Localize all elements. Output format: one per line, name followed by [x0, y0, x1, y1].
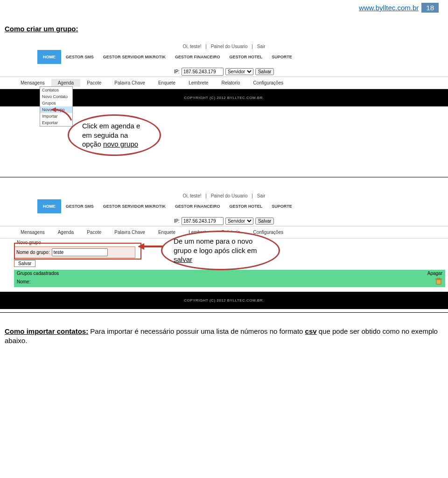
ip-input[interactable] — [182, 68, 224, 76]
user-panel-link[interactable]: Painel do Usuario — [211, 193, 248, 198]
nav-suporte[interactable]: SUPORTE — [267, 200, 297, 212]
nav-home[interactable]: HOME — [37, 199, 61, 213]
svg-rect-1 — [436, 280, 441, 284]
subnav-palavra-chave[interactable]: Palavra Chave — [108, 228, 152, 236]
save-group-button[interactable]: Salvar — [14, 260, 35, 267]
nav-suporte[interactable]: SUPORTE — [267, 51, 297, 63]
subnav-relatorio[interactable]: Relatorio — [215, 79, 246, 87]
ip-save-button[interactable]: Salvar — [255, 68, 274, 75]
subnav-agenda[interactable]: Agenda — [51, 79, 80, 87]
subnav-palavra-chave[interactable]: Palavra Chave — [108, 79, 152, 87]
trash-icon[interactable] — [435, 278, 442, 285]
ip-input[interactable] — [182, 217, 224, 225]
name-label: Nome: — [17, 279, 435, 284]
import-contacts-paragraph: Como importar contatos: Para importar é … — [0, 327, 448, 346]
nav-gestor-mikrotik[interactable]: GESTOR SERVIDOR MIKROTIK — [98, 200, 170, 212]
callout-line: grupo e logo após click em — [174, 246, 267, 255]
logout-link[interactable]: Sair — [257, 193, 266, 198]
separator: | — [252, 44, 253, 49]
groups-table: Grupos cadastrados Apagar Nome: — [14, 270, 445, 287]
screenshot-1: Oi, teste! | Painel do Usuario | Sair HO… — [0, 42, 448, 177]
nav-gestor-financeiro[interactable]: GESTOR FINANCEIRO — [170, 200, 224, 212]
nav-gestor-sms[interactable]: GESTOR SMS — [61, 51, 98, 63]
screenshot-2: Oi, teste! | Painel do Usuario | Sair HO… — [0, 191, 448, 313]
dropdown-grupos[interactable]: Grupos — [40, 100, 72, 106]
callout-line: Click em agenda e — [82, 121, 147, 131]
ip-label: IP: — [174, 218, 180, 224]
callout-line: salvar — [174, 255, 267, 264]
nav-gestor-hotel[interactable]: GESTOR HOTEL — [224, 51, 267, 63]
dropdown-contatos[interactable]: Contatos — [40, 87, 72, 93]
nav-gestor-hotel[interactable]: GESTOR HOTEL — [224, 200, 267, 212]
delete-column-header: Apagar — [427, 271, 442, 276]
nav-gestor-mikrotik[interactable]: GESTOR SERVIDOR MIKROTIK — [98, 51, 170, 63]
highlight-box — [14, 243, 141, 260]
dropdown-novo-contato[interactable]: Novo Contato — [40, 93, 72, 100]
subnav-pacote[interactable]: Pacote — [80, 228, 108, 236]
server-select[interactable]: Servidor — [225, 68, 253, 75]
main-nav: HOME GESTOR SMS GESTOR SERVIDOR MIKROTIK… — [0, 199, 448, 216]
greeting-text: Oi, teste! — [182, 44, 201, 49]
subnav-pacote[interactable]: Pacote — [80, 79, 108, 87]
separator: | — [205, 193, 207, 198]
separator: | — [252, 193, 253, 198]
subnav-mensagens[interactable]: Mensagens — [14, 79, 51, 87]
svg-marker-0 — [50, 107, 56, 112]
user-info-bar: Oi, teste! | Painel do Usuario | Sair — [0, 191, 448, 199]
nav-home[interactable]: HOME — [37, 50, 61, 64]
main-nav: HOME GESTOR SMS GESTOR SERVIDOR MIKROTIK… — [0, 50, 448, 67]
page-number: 18 — [421, 3, 439, 13]
logout-link[interactable]: Sair — [257, 44, 266, 49]
nav-gestor-sms[interactable]: GESTOR SMS — [61, 200, 98, 212]
section-heading-create-group: Como criar um grupo: — [5, 25, 439, 33]
separator: | — [205, 44, 207, 49]
nav-gestor-financeiro[interactable]: GESTOR FINANCEIRO — [170, 51, 224, 63]
groups-registered-label: Grupos cadastrados — [17, 271, 427, 276]
ip-row: IP: Servidor Salvar — [0, 216, 448, 226]
greeting-text: Oi, teste! — [182, 193, 201, 198]
callout-line: opção novo grupo — [82, 140, 147, 149]
svg-rect-3 — [438, 278, 440, 279]
server-select[interactable]: Servidor — [225, 218, 253, 225]
callout-click-agenda: Click em agenda e em seguida na opção no… — [68, 114, 161, 156]
arrow-icon — [50, 107, 74, 121]
subnav-agenda[interactable]: Agenda — [51, 228, 80, 236]
import-contacts-heading: Como importar contatos: — [5, 327, 88, 335]
subnav-mensagens[interactable]: Mensagens — [14, 228, 51, 236]
subnav-configuracoes[interactable]: Configurações — [246, 79, 289, 87]
subnav-enquete[interactable]: Enquete — [152, 228, 182, 236]
callout-line: em seguida na — [82, 131, 147, 140]
subnav-lembrete[interactable]: Lembrete — [182, 79, 215, 87]
user-panel-link[interactable]: Painel do Usuario — [211, 44, 248, 49]
subnav-enquete[interactable]: Enquete — [152, 79, 182, 87]
user-info-bar: Oi, teste! | Painel do Usuario | Sair — [0, 42, 448, 50]
ip-save-button[interactable]: Salvar — [255, 218, 274, 225]
callout-line: De um nome para o novo — [174, 237, 267, 246]
footer-copyright: COPYRIGHT (C) 2012 BYLLTEC.COM.BR. — [0, 292, 448, 309]
svg-marker-5 — [138, 243, 144, 250]
ip-label: IP: — [174, 69, 180, 74]
ip-row: IP: Servidor Salvar — [0, 67, 448, 77]
page-header: www.bylltec.com.br 18 — [0, 0, 448, 15]
callout-name-group: De um nome para o novo grupo e logo após… — [161, 231, 280, 270]
header-url-link[interactable]: www.bylltec.com.br — [359, 4, 419, 12]
